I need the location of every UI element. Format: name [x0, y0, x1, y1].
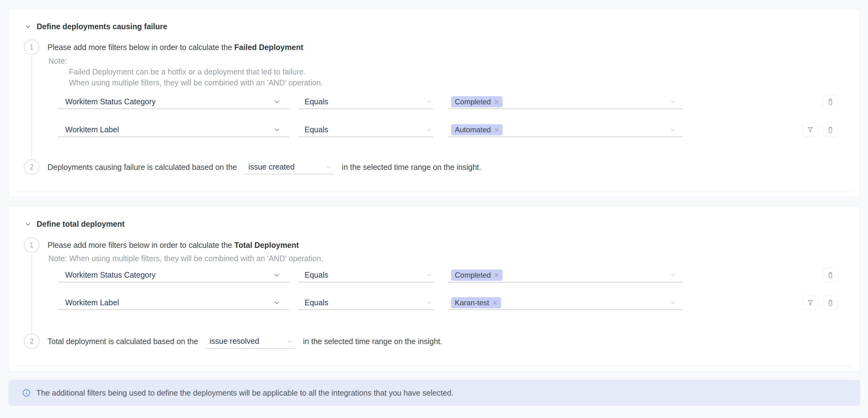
- step2-text-after: in the selected time range on the insigh…: [303, 337, 442, 346]
- note-line: When using multiple filters, they will b…: [69, 77, 323, 88]
- value-tag-label: Automated: [455, 125, 491, 134]
- chevron-down-icon: [426, 99, 432, 105]
- values-select[interactable]: Automated ×: [448, 123, 683, 137]
- step2-line: Total deployment is calculated based on …: [48, 334, 442, 349]
- delete-filter-button[interactable]: [823, 268, 838, 282]
- operator-select[interactable]: Equals: [298, 296, 433, 310]
- section-title: Define total deployment: [37, 219, 124, 229]
- filter-row: Workitem Label Equals Karan-test ×: [58, 296, 838, 310]
- tag-remove-icon[interactable]: ×: [493, 299, 497, 307]
- step1-instruction: Please add more filters below in order t…: [48, 42, 303, 52]
- calculation-basis-select[interactable]: issue created: [244, 160, 334, 174]
- trash-icon: [827, 126, 834, 134]
- filter-values-button[interactable]: [803, 296, 818, 310]
- field-select[interactable]: Workitem Status Category: [58, 268, 289, 282]
- chevron-down-icon: [274, 98, 280, 105]
- tag-remove-icon[interactable]: ×: [494, 98, 499, 106]
- field-select-value: Workitem Status Category: [65, 97, 156, 106]
- note: Note: Failed Deployment can be a hotfix …: [49, 56, 323, 88]
- operator-select[interactable]: Equals: [298, 123, 433, 137]
- filter-values-button[interactable]: [803, 123, 818, 137]
- note-line: Failed Deployment can be a hotfix or a d…: [69, 66, 323, 77]
- chevron-down-icon: [326, 164, 331, 170]
- step2-text-after: in the selected time range on the insigh…: [342, 163, 481, 172]
- values-select[interactable]: Completed ×: [448, 95, 683, 109]
- filter-row: Workitem Status Category Equals Complete…: [58, 95, 838, 109]
- step-connector: [31, 255, 32, 332]
- operator-select-value: Equals: [305, 270, 328, 279]
- value-tag-label: Completed: [455, 97, 491, 106]
- chevron-down-icon: [25, 23, 31, 30]
- note: Note: When using multiple filters, they …: [49, 254, 323, 263]
- step-number-badge: 2: [24, 333, 39, 349]
- info-icon: [22, 388, 31, 397]
- step1-instruction: Please add more filters below in order t…: [48, 240, 299, 250]
- calculation-basis-value: issue created: [248, 162, 294, 172]
- trash-icon: [827, 299, 834, 307]
- info-banner-text: The additional filters being used to def…: [36, 388, 454, 397]
- step2-line: Deployments causing failure is calculate…: [48, 160, 481, 174]
- tag-remove-icon[interactable]: ×: [494, 271, 499, 279]
- funnel-icon: [806, 126, 814, 134]
- delete-filter-button[interactable]: [823, 296, 838, 310]
- chevron-down-icon: [670, 99, 676, 105]
- operator-select-value: Equals: [305, 298, 328, 307]
- chevron-down-icon: [274, 272, 280, 278]
- calculation-basis-value: issue resolved: [210, 337, 259, 346]
- chevron-down-icon: [274, 126, 280, 133]
- step-connector: [31, 57, 32, 157]
- section-define-deployments-causing-failure: Define deployments causing failure 1 Ple…: [8, 8, 860, 197]
- value-tag: Completed ×: [451, 96, 503, 108]
- chevron-down-icon: [274, 299, 280, 306]
- field-select[interactable]: Workitem Label: [58, 123, 289, 137]
- calculation-basis-select[interactable]: issue resolved: [206, 334, 296, 349]
- step-number-badge: 1: [24, 39, 39, 55]
- field-select[interactable]: Workitem Status Category: [58, 95, 289, 109]
- chevron-down-icon: [287, 338, 292, 344]
- step1-instruction-highlight: Total Deployment: [235, 241, 299, 249]
- delete-filter-button[interactable]: [823, 123, 838, 137]
- field-select[interactable]: Workitem Label: [58, 296, 289, 310]
- operator-select-value: Equals: [305, 125, 328, 134]
- field-select-value: Workitem Label: [65, 125, 119, 134]
- step1-instruction-text: Please add more filters below in order t…: [48, 241, 235, 249]
- field-select-value: Workitem Label: [65, 298, 119, 307]
- divider: [17, 191, 852, 192]
- chevron-down-icon: [426, 300, 432, 306]
- step1-instruction-highlight: Failed Deployment: [235, 43, 303, 52]
- tag-remove-icon[interactable]: ×: [494, 126, 499, 134]
- trash-icon: [827, 98, 834, 106]
- chevron-down-icon: [670, 272, 676, 278]
- funnel-icon: [806, 299, 814, 307]
- chevron-down-icon: [670, 300, 676, 306]
- value-tag: Karan-test ×: [451, 297, 501, 308]
- operator-select[interactable]: Equals: [298, 95, 433, 109]
- chevron-down-icon: [426, 272, 432, 278]
- values-select[interactable]: Completed ×: [448, 268, 683, 282]
- operator-select[interactable]: Equals: [298, 268, 433, 282]
- value-tag: Automated ×: [451, 124, 503, 136]
- value-tag-label: Completed: [455, 271, 491, 279]
- section-header-toggle[interactable]: Define deployments causing failure: [25, 22, 167, 31]
- step2-text-before: Total deployment is calculated based on …: [48, 337, 198, 346]
- step1-instruction-text: Please add more filters below in order t…: [48, 43, 235, 52]
- step-number-badge: 2: [24, 159, 39, 175]
- filter-row: Workitem Status Category Equals Complete…: [58, 268, 838, 282]
- chevron-down-icon: [426, 127, 432, 133]
- delete-filter-button[interactable]: [823, 95, 838, 109]
- note-label: Note:: [49, 56, 323, 66]
- value-tag-label: Karan-test: [455, 298, 489, 307]
- filter-row: Workitem Label Equals Automated ×: [58, 123, 838, 137]
- section-title: Define deployments causing failure: [37, 22, 167, 31]
- value-tag: Completed ×: [451, 270, 503, 281]
- operator-select-value: Equals: [305, 97, 328, 106]
- step-number-badge: 1: [24, 237, 39, 253]
- section-define-total-deployment: Define total deployment 1 Please add mor…: [8, 206, 860, 372]
- section-header-toggle[interactable]: Define total deployment: [25, 219, 124, 229]
- step2-text-before: Deployments causing failure is calculate…: [48, 163, 237, 172]
- values-select[interactable]: Karan-test ×: [448, 296, 683, 310]
- field-select-value: Workitem Status Category: [65, 270, 156, 279]
- chevron-down-icon: [670, 127, 676, 133]
- divider: [17, 366, 852, 366]
- chevron-down-icon: [25, 221, 31, 228]
